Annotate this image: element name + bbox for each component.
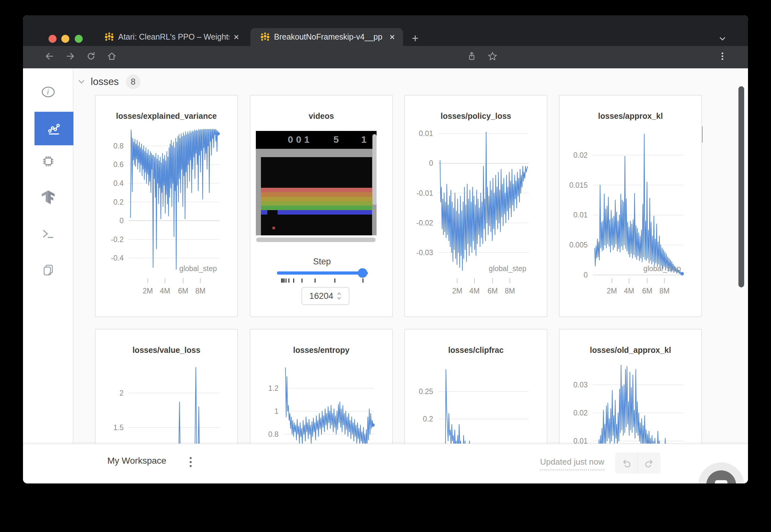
collapse-chevron-icon[interactable]	[77, 77, 86, 87]
tab-search-chevron-icon[interactable]	[717, 34, 728, 44]
svg-text:4M: 4M	[160, 287, 170, 295]
wandb-favicon	[260, 32, 270, 42]
svg-text:0: 0	[429, 159, 433, 167]
left-sidebar: i	[23, 68, 73, 444]
forward-button[interactable]	[65, 51, 75, 61]
step-slider-thumb[interactable]	[358, 268, 367, 278]
panel-old-approx-kl[interactable]: losses/old_approx_kl 0.030.020.012M4M6M8…	[559, 329, 702, 444]
panel-title: losses/explained_variance	[95, 111, 237, 121]
svg-text:0: 0	[584, 271, 588, 279]
game-lives: 5	[333, 134, 339, 145]
tensorflow-icon	[41, 190, 56, 205]
svg-text:6M: 6M	[487, 287, 498, 295]
brick-gap	[267, 210, 278, 215]
svg-text:0.01: 0.01	[573, 437, 588, 444]
tab-atari-cleanrl[interactable]: Atari: CleanRL's PPO – Weights	[96, 28, 246, 46]
svg-text:0.015: 0.015	[569, 181, 588, 189]
page-scrollbar[interactable]	[738, 86, 744, 287]
panel-policy-loss[interactable]: losses/policy_loss 0.010-0.01-0.02-0.032…	[404, 95, 547, 317]
minimize-window-button[interactable]	[61, 35, 69, 43]
svg-text:2M: 2M	[607, 287, 617, 295]
svg-text:2M: 2M	[143, 287, 153, 295]
panel-clipfrac[interactable]: losses/clipfrac 0.250.20.152M4M6M8Mgloba…	[404, 329, 547, 444]
bookmark-star-icon[interactable]	[487, 51, 498, 61]
sidebar-item-files[interactable]	[23, 256, 73, 284]
panel-title: losses/clipfrac	[405, 346, 547, 355]
step-input[interactable]: 16204	[302, 287, 349, 305]
svg-text:0.005: 0.005	[569, 241, 588, 249]
maximize-window-button[interactable]	[75, 35, 83, 43]
new-tab-icon[interactable]	[410, 33, 420, 43]
sidebar-item-charts-active[interactable]	[34, 112, 73, 145]
svg-text:8M: 8M	[505, 287, 515, 295]
chart-policy-loss: 0.010-0.01-0.02-0.032M4M6M8Mglobal_step	[405, 127, 548, 309]
panel-explained-variance[interactable]: losses/explained_variance 0.80.60.40.20-…	[95, 95, 238, 317]
back-button[interactable]	[44, 51, 55, 61]
workspace-menu-kebab-icon[interactable]	[186, 456, 195, 468]
reload-button[interactable]	[86, 51, 96, 61]
panel-videos[interactable]: videos 001 5 1 Step	[250, 95, 393, 317]
svg-text:0.03: 0.03	[573, 381, 588, 389]
slider-tick	[363, 278, 363, 283]
undo-redo-group	[615, 452, 660, 474]
panel-title: losses/policy_loss	[405, 111, 547, 121]
stepper-chevrons-icon[interactable]	[337, 291, 342, 301]
panel-value-loss[interactable]: losses/value_loss 21.510.52M4M6M8Mglobal…	[95, 329, 238, 444]
files-icon	[41, 262, 56, 277]
step-slider-track[interactable]	[277, 271, 368, 275]
game-level: 1	[361, 134, 367, 145]
panel-approx-kl[interactable]: losses/approx_kl 0.020.0150.010.00502M4M…	[559, 95, 702, 317]
sidebar-item-logs[interactable]	[23, 220, 73, 247]
undo-button[interactable]	[615, 452, 638, 474]
sidebar-item-system[interactable]	[23, 148, 73, 175]
svg-text:global_step: global_step	[489, 264, 526, 273]
tab-breakout-run[interactable]: BreakoutNoFrameskip-v4__pp	[250, 28, 403, 46]
svg-text:0.01: 0.01	[573, 211, 588, 219]
wandb-favicon	[104, 32, 114, 42]
video-horizontal-scrollbar[interactable]	[256, 238, 376, 242]
video-vertical-scrollbar[interactable]	[372, 134, 377, 205]
game-score-bar: 001 5 1	[256, 131, 377, 149]
breakout-video-frame[interactable]: 001 5 1	[256, 131, 377, 235]
svg-text:0.02: 0.02	[573, 409, 588, 417]
svg-text:-0.2: -0.2	[111, 235, 124, 244]
chat-fab-inner	[706, 470, 736, 483]
browser-menu-kebab-icon[interactable]	[717, 51, 728, 61]
sidebar-item-overview[interactable]: i	[23, 78, 73, 106]
tab-title: BreakoutNoFrameskip-v4__pp	[274, 32, 392, 42]
svg-text:2: 2	[119, 389, 124, 397]
svg-text:0.2: 0.2	[423, 415, 433, 423]
tab-title: Atari: CleanRL's PPO – Weights	[118, 32, 229, 42]
panel-title: losses/entropy	[250, 346, 392, 355]
redo-button[interactable]	[638, 452, 660, 474]
chart-approx-kl: 0.020.0150.010.00502M4M6M8Mglobal_step	[560, 127, 703, 309]
slider-tick	[281, 278, 282, 283]
slider-tick	[282, 278, 283, 283]
redo-icon	[644, 457, 655, 469]
panel-entropy[interactable]: losses/entropy 1.210.80.62M4M6M8Mglobal_…	[250, 329, 393, 444]
chart-explained-variance: 0.80.60.40.20-0.2-0.42M4M6M8Mglobal_step	[95, 127, 239, 309]
chart-canvas: 0.030.020.012M4M6M8Mglobal_step	[560, 361, 703, 444]
svg-text:0.25: 0.25	[419, 387, 433, 396]
slider-tick	[288, 278, 289, 283]
svg-text:6M: 6M	[642, 287, 652, 295]
info-icon: i	[41, 85, 56, 99]
chart-canvas: 0.80.60.40.20-0.2-0.42M4M6M8Mglobal_step	[95, 127, 239, 309]
svg-text:0.8: 0.8	[268, 430, 279, 438]
close-tab-icon[interactable]	[231, 32, 241, 42]
browser-window: Atari: CleanRL's PPO – Weights BreakoutN…	[23, 15, 748, 483]
share-icon[interactable]	[467, 51, 477, 61]
brick-row	[261, 192, 372, 197]
terminal-icon	[41, 226, 56, 241]
close-tab-icon[interactable]	[387, 32, 397, 42]
panel-title: losses/value_loss	[95, 346, 237, 355]
svg-text:1.5: 1.5	[113, 423, 124, 432]
close-window-button[interactable]	[49, 35, 57, 43]
home-button[interactable]	[107, 51, 117, 61]
svg-text:6M: 6M	[178, 287, 188, 295]
svg-text:1: 1	[274, 407, 279, 415]
step-label: Step	[250, 257, 393, 267]
svg-text:0: 0	[119, 217, 124, 225]
chart-canvas: 0.010-0.01-0.02-0.032M4M6M8Mglobal_step	[405, 127, 548, 309]
sidebar-item-model[interactable]	[23, 184, 73, 211]
